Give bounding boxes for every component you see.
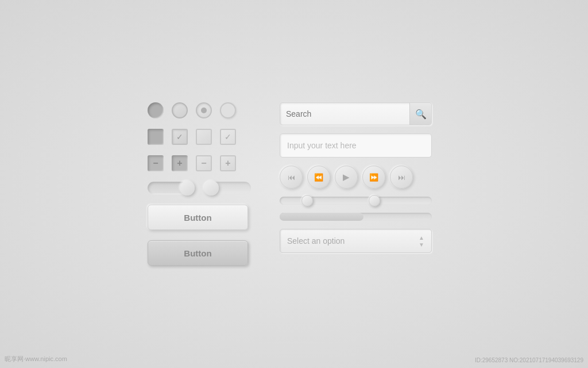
range-slider-track: [280, 197, 432, 205]
radio-flat[interactable]: [220, 102, 236, 118]
radio-outline[interactable]: [172, 102, 188, 118]
forward-button[interactable]: ⏩: [362, 166, 385, 189]
select-dropdown[interactable]: Select an option ▲ ▼: [280, 229, 432, 253]
search-input[interactable]: [280, 103, 409, 125]
search-button[interactable]: 🔍: [409, 103, 431, 125]
toggle-off[interactable]: [205, 182, 251, 194]
rewind-fast-icon: ⏮: [288, 173, 295, 182]
range-thumb-left[interactable]: [301, 195, 313, 206]
plus-outline-btn[interactable]: +: [220, 155, 236, 171]
radio-filled[interactable]: [148, 102, 164, 118]
checkbox-checked2[interactable]: ✓: [220, 129, 236, 145]
range-thumb-right[interactable]: [369, 195, 380, 206]
toggle-on[interactable]: [148, 182, 194, 194]
watermark: 昵享网·www.nipic.com: [5, 355, 67, 363]
toggle-thumb-off: [204, 181, 219, 195]
forward-fast-icon: ⏭: [398, 173, 405, 182]
plusminus-group: − + − +: [148, 155, 262, 171]
radio-inner[interactable]: [196, 102, 212, 118]
select-arrows-icon: ▲ ▼: [419, 235, 424, 248]
button-dark[interactable]: Button: [148, 240, 248, 266]
search-icon: 🔍: [415, 109, 427, 120]
plus-filled-btn[interactable]: +: [172, 155, 188, 171]
play-button[interactable]: ▶: [335, 166, 358, 189]
progress-bar-track: [280, 213, 432, 221]
play-icon: ▶: [343, 172, 350, 182]
checkbox-checked[interactable]: ✓: [172, 129, 188, 145]
button-light[interactable]: Button: [148, 205, 248, 230]
id-label: ID:29652873 NO:20210717194039693129: [475, 357, 583, 363]
minus-filled-btn[interactable]: −: [148, 155, 164, 171]
checkbox-group: ✓ ✓: [148, 129, 262, 145]
progress-bar-fill: [280, 213, 363, 221]
toggle-group: [148, 182, 262, 194]
rewind-button[interactable]: ⏪: [307, 166, 330, 189]
toggle-thumb-on: [180, 181, 195, 195]
search-box: 🔍: [280, 102, 432, 125]
checkbox-filled[interactable]: [148, 129, 164, 145]
rewind-fast-button[interactable]: ⏮: [280, 166, 303, 189]
minus-outline-btn[interactable]: −: [196, 155, 212, 171]
forward-fast-button[interactable]: ⏭: [390, 166, 413, 189]
text-input-box[interactable]: Input your text here: [280, 133, 432, 158]
checkbox-outline[interactable]: [196, 129, 212, 145]
forward-icon: ⏩: [369, 173, 378, 182]
rewind-icon: ⏪: [314, 173, 323, 182]
media-controls: ⏮ ⏪ ▶ ⏩ ⏭: [280, 166, 440, 189]
radio-group: [148, 102, 262, 118]
